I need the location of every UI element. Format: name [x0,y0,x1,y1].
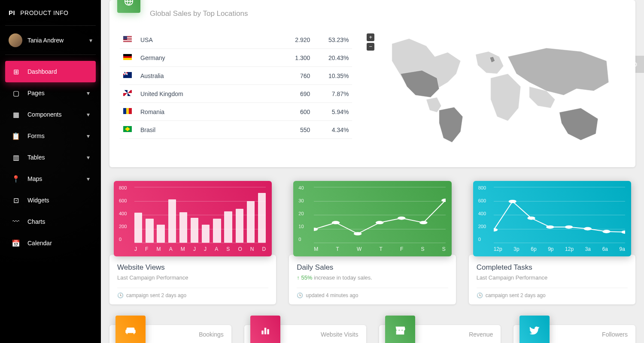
chart-subtitle: Last Campaign Performance [117,274,268,281]
map-zoom-in[interactable]: + [367,33,374,41]
y-axis: 403020100 [298,185,304,242]
global-sales-card: Global Sales by Top Locations USA2.92053… [109,0,635,167]
nav-item-charts[interactable]: 〰Charts [5,211,96,232]
y-axis: 8006004002000 [478,185,486,242]
mini-card-website_views: 8006004002000 JFMAMJJASOND Website Views… [109,183,276,304]
svg-point-10 [527,217,535,220]
sales-pct: 7.87% [313,85,352,103]
svg-point-12 [565,226,573,229]
bar [146,219,153,243]
plot-area [134,187,266,243]
nav-item-maps[interactable]: 📍Maps▾ [5,168,96,190]
couch-icon [115,316,146,343]
nav: ⊞Dashboard▢Pages▾▦Components▾📋Forms▾▥Tab… [5,61,96,254]
table-row: Romania6005.94% [120,103,352,121]
sales-value: 550 [275,121,313,139]
chart-subtitle: ↑ 55% increase in today sales. [297,274,448,281]
stat-card-revenue: Revenue [379,325,501,343]
plot-area [314,187,445,243]
nav-icon: ⊡ [11,196,21,205]
mini-card-daily_sales: 403020100 MTWTFSS Daily Sales ↑ 55% incr… [289,183,456,304]
svg-point-3 [354,232,361,235]
nav-item-tables[interactable]: ▥Tables▾ [5,147,96,168]
brand-title: PRODUCT INFO [20,9,68,16]
clock-icon: 🕓 [477,292,483,298]
brand-logo: PI [9,9,15,16]
store-icon [385,316,415,343]
flag-icon [123,54,132,60]
x-axis: MTWTFSS [314,246,445,252]
sales-value: 760 [275,67,313,85]
nav-icon: ⊞ [11,67,21,76]
flag-icon [123,36,132,42]
x-axis: JFMAMJJASOND [134,246,266,252]
sales-pct: 5.94% [313,103,352,121]
map-zoom-out[interactable]: − [367,43,374,51]
svg-rect-17 [264,328,266,334]
bar [258,193,266,243]
svg-point-6 [419,221,427,224]
svg-point-0 [125,0,133,5]
world-map[interactable]: + − [365,31,625,157]
globe-icon [117,0,140,13]
bar [191,218,198,243]
nav-item-widgets[interactable]: ⊡Widgets [5,190,96,211]
chart-title: Completed Tasks [477,263,628,272]
main: Global Sales by Top Locations USA2.92053… [101,0,644,343]
table-row: United Kingdom6907.87% [120,85,352,103]
nav-item-pages[interactable]: ▢Pages▾ [5,82,96,104]
svg-point-13 [583,227,591,231]
table-row: USA2.92053.23% [120,31,352,49]
sales-pct: 4.34% [313,121,352,139]
map-svg [365,31,625,155]
country-name: Romania [137,103,275,121]
svg-point-15 [621,230,625,234]
bar [179,212,187,243]
nav-item-calendar[interactable]: 📅Calendar [5,232,96,254]
nav-label: Forms [27,132,45,139]
sales-table: USA2.92053.23%Germany1.30020.43%Australi… [120,31,352,157]
nav-label: Widgets [27,197,49,204]
stat-card-bookings: Bookings [109,325,231,343]
nav-item-components[interactable]: ▦Components▾ [5,104,96,125]
chart-footer: updated 4 minutes ago [306,292,358,298]
bar [236,209,243,243]
mini-chart: 403020100 MTWTFSS [293,181,451,256]
nav-label: Charts [27,218,45,225]
bar [213,219,221,243]
country-name: Brasil [137,121,275,139]
nav-item-forms[interactable]: 📋Forms▾ [5,125,96,147]
bar [202,225,210,243]
y-axis: 8006004002000 [119,185,127,242]
mini-chart: 8006004002000 12p3p6p9p12p3a6a9a [473,181,631,256]
chevron-down-icon: ▾ [87,132,90,139]
plot-area [494,187,625,243]
chart-title: Website Views [117,263,268,272]
chart-title: Daily Sales [297,263,448,272]
user-menu[interactable]: Tania Andrew ▾ [5,26,96,55]
nav-icon: 📍 [11,174,21,184]
svg-rect-16 [261,331,263,334]
nav-label: Tables [27,154,45,161]
brand[interactable]: PI PRODUCT INFO [5,0,96,26]
svg-point-5 [398,217,405,220]
svg-point-2 [332,221,340,224]
svg-point-14 [602,230,610,233]
twitter-icon [519,316,550,343]
nav-icon: ▢ [11,88,21,98]
bar [224,211,232,243]
sales-pct: 10.35% [313,67,352,85]
sales-value: 2.920 [275,31,313,49]
x-axis: 12p3p6p9p12p3a6a9a [494,246,625,252]
country-name: United Kingdom [137,85,275,103]
user-name: Tania Andrew [27,37,64,44]
chevron-down-icon: ▾ [87,154,90,161]
global-sales-title: Global Sales by Top Locations [150,9,248,18]
bar [134,213,142,243]
bar [168,199,176,243]
sales-value: 600 [275,103,313,121]
chevron-down-icon: ▾ [87,175,90,182]
nav-icon: 📅 [11,238,21,248]
nav-item-dashboard[interactable]: ⊞Dashboard [5,61,96,82]
flag-icon [123,72,132,78]
